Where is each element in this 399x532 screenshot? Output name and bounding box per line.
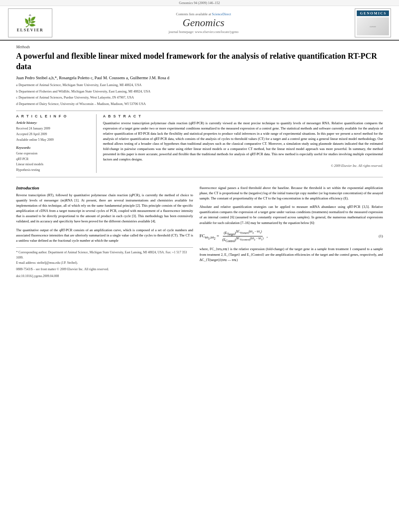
genomics-logo-box: GENOMICS cover (355, 8, 391, 37)
journal-homepage: journal homepage: www.elsevier.com/locat… (169, 30, 239, 34)
affiliation-4: d Department of Dairy Science, Universit… (16, 101, 383, 107)
sciencedirect-line: Contents lists available at ScienceDirec… (176, 12, 231, 16)
history-label: Article history: (16, 121, 91, 125)
formula-numerator: (ETarget)ΔCT(target)(trt2 − trt1) (223, 230, 263, 236)
date-online: Available online 5 May 2009 (16, 137, 91, 143)
formula-label: (1) (379, 234, 383, 238)
section-divider (16, 177, 383, 177)
keywords-label: Keywords: (16, 146, 91, 150)
citation-bar: Genomics 94 (2009) 146–152 (0, 0, 399, 6)
article-body: A R T I C L E I N F O Article history: R… (16, 111, 383, 173)
article-title: A powerful and flexible linear mixed mod… (16, 51, 383, 72)
affiliation-2: b Department of Fisheries and Wildlife, … (16, 89, 383, 94)
keywords-list: Gene expression qRT-PCR Linear mixed mod… (16, 151, 91, 173)
journal-title: Genomics (183, 17, 224, 29)
footnote-corresponding: * Corresponding author. Department of An… (16, 250, 193, 261)
right-para-2: Absolute and relative quantification str… (200, 204, 383, 226)
keyword-1: Gene expression (16, 151, 91, 156)
affiliation-3: c Department of Animal Sciences, Purdue … (16, 95, 383, 101)
main-content: Introduction Reverse transcription (RT),… (0, 185, 399, 279)
footnote-area: * Corresponding author. Department of An… (16, 247, 193, 279)
section-label: Methods (16, 45, 383, 49)
keyword-2: qRT-PCR (16, 156, 91, 162)
abstract-text: Quantitative reverse transcription polym… (103, 121, 383, 162)
affiliation-1: a Department of Animal Science, Michigan… (16, 82, 383, 88)
authors: Juan Pedro Steibel a,b,*, Rosangela Pole… (16, 76, 383, 80)
intro-para-2: The quantitative output of the qRT-PCR c… (16, 228, 193, 244)
sciencedirect-link[interactable]: ScienceDirect (212, 12, 231, 16)
copyright-line: © 2009 Elsevier Inc. All rights reserved… (103, 164, 383, 168)
citation-text: Genomics 94 (2009) 146–152 (179, 1, 220, 5)
formula-fraction: (ETarget)ΔCT(target)(trt2 − trt1) (ECont… (221, 230, 264, 243)
journal-header: ☘ 🌿 ELSEVIER Contents lists available at… (0, 6, 399, 41)
elsevier-logo: ☘ 🌿 ELSEVIER (8, 8, 52, 37)
formula-denominator: (EControl)ΔCT(control)(trt2 − trt1) (221, 236, 264, 243)
footnote-email: E-mail address: steibelj@msu.edu (J.P. S… (16, 261, 193, 266)
journal-center: Contents lists available at ScienceDirec… (56, 8, 351, 37)
where-text: where, FC_{trt₁,trt₂} is the relative ex… (200, 246, 383, 263)
keyword-4: Hypothesis testing (16, 167, 91, 173)
tree-icon: 🌿 (24, 17, 36, 27)
footnote-doi: doi:10.1016/j.ygeno.2009.04.008 (16, 274, 193, 279)
date-received: Received 24 January 2009 (16, 126, 91, 131)
formula-content: FCtrt1,trt2 = (ETarget)ΔCT(target)(trt2 … (200, 230, 267, 243)
right-para-1: fluorescence signal passes a fixed thres… (200, 185, 383, 201)
abstract-section: A B S T R A C T Quantitative reverse tra… (103, 114, 383, 173)
abstract-title: A B S T R A C T (103, 114, 383, 118)
article-info: A R T I C L E I N F O Article history: R… (16, 114, 97, 173)
genomics-label: GENOMICS (357, 10, 389, 16)
affiliations: a Department of Animal Science, Michigan… (16, 82, 383, 107)
keyword-3: Linear mixed models (16, 162, 91, 167)
genomics-cover-image: cover (357, 17, 389, 35)
intro-para-1: Reverse transcription (RT), followed by … (16, 193, 193, 224)
footnote-issn: 0888-7543/$ – see front matter © 2009 El… (16, 267, 193, 272)
elsevier-label: ELSEVIER (17, 28, 44, 32)
formula-area: FCtrt1,trt2 = (ETarget)ΔCT(target)(trt2 … (200, 230, 383, 243)
date-accepted: Accepted 28 April 2009 (16, 131, 91, 137)
article-info-title: A R T I C L E I N F O (16, 114, 91, 118)
left-column: Introduction Reverse transcription (RT),… (16, 185, 193, 279)
article-dates: Received 24 January 2009 Accepted 28 Apr… (16, 126, 91, 142)
introduction-heading: Introduction (16, 185, 193, 190)
article-container: Methods A powerful and flexible linear m… (0, 41, 399, 185)
right-column: fluorescence signal passes a fixed thres… (200, 185, 383, 279)
